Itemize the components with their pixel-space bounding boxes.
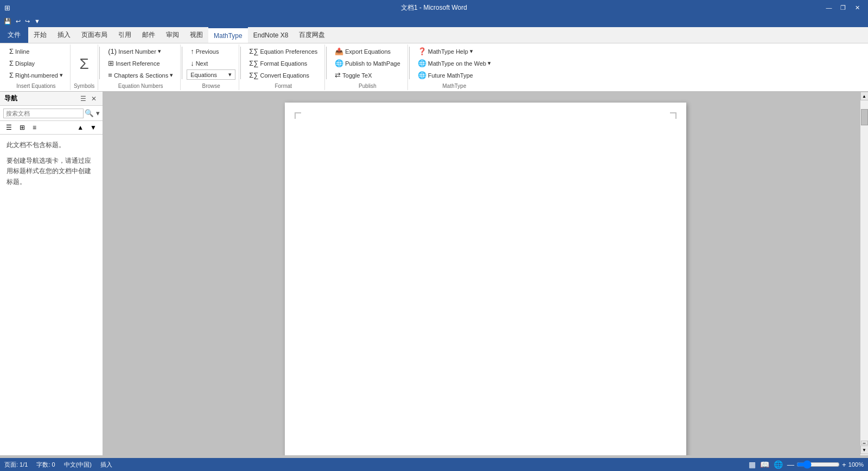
scroll-bottom-controls: ═ ▼ [860, 441, 869, 454]
scroll-thumb[interactable] [861, 109, 868, 125]
previous-button[interactable]: ↑ Previous [187, 46, 235, 57]
minimize-button[interactable]: — [822, 2, 835, 13]
search-button[interactable]: 🔍 [84, 108, 95, 118]
sidebar-content: 此文档不包含标题。 要创建导航选项卡，请通过应用标题样式在您的文档中创建标题。 [0, 135, 103, 455]
equation-preferences-button[interactable]: Σ∑ Equation Preferences [245, 46, 321, 57]
heading-view-button[interactable]: ☰ [3, 122, 15, 133]
sidebar-menu-button[interactable]: ☰ [79, 94, 88, 103]
restore-button[interactable]: ❐ [837, 2, 850, 13]
app-body: 导航 ☰ ✕ 🔍 ▾ ☰ ⊞ ≡ ▲ ▼ 此文档不包含标题。 要创建导航选项卡，… [0, 92, 868, 455]
sidebar-header: 导航 ☰ ✕ [0, 92, 103, 106]
customize-quick-access-button[interactable]: ▼ [33, 17, 42, 25]
equation-preferences-icon: Σ∑ [249, 47, 258, 55]
insert-menu[interactable]: 插入 [52, 27, 76, 43]
chapters-sections-button[interactable]: ≡ Chapters & Sections ▾ [104, 69, 177, 81]
equations-dropdown[interactable]: Equations ▾ [187, 69, 235, 80]
equations-dropdown-arrow-icon: ▾ [228, 71, 232, 78]
next-button[interactable]: ↓ Next [187, 58, 235, 69]
document-area[interactable]: ▲ ═ ▼ [103, 92, 868, 455]
insert-number-dropdown-icon: ▾ [158, 48, 161, 55]
format-equations-icon: Σ∑ [249, 59, 258, 67]
dropdown-arrow-icon: ▾ [60, 72, 63, 79]
future-mathtype-button[interactable]: 🌐 Future MathType [414, 69, 495, 81]
nav-down-button[interactable]: ▼ [87, 122, 99, 133]
export-equations-button[interactable]: 📤 Export Equations [331, 46, 404, 57]
mathtype-menu[interactable]: MathType [208, 27, 248, 43]
quick-access-toolbar: 💾 ↩ ↪ ▼ [0, 15, 868, 27]
format-equations-button[interactable]: Σ∑ Format Equations [245, 58, 321, 69]
ribbon-group-format: Σ∑ Equation Preferences Σ∑ Format Equati… [242, 44, 325, 90]
review-menu[interactable]: 审阅 [161, 27, 184, 43]
mathtype-on-web-button[interactable]: 🌐 MathType on the Web ▾ [414, 58, 495, 69]
separator-5 [409, 47, 410, 79]
file-menu[interactable]: 文件 [0, 27, 28, 43]
view-menu[interactable]: 视图 [184, 27, 208, 43]
window-controls: — ❐ ✕ [822, 2, 864, 13]
close-button[interactable]: ✕ [851, 2, 864, 13]
chapters-dropdown-icon: ▾ [170, 72, 173, 79]
mode-status: 插入 [100, 461, 112, 469]
scroll-up-button[interactable]: ▲ [860, 92, 869, 100]
insert-equations-label: Insert Equations [16, 82, 55, 89]
search-input[interactable] [3, 109, 84, 118]
display-button[interactable]: Σ Display [5, 58, 67, 69]
ribbon-group-insert-equations: Σ Inline Σ Display Σ Right-numbered ▾ In… [2, 44, 71, 90]
mathtype-help-button[interactable]: ❓ MathType Help ▾ [414, 46, 495, 57]
ribbon-group-publish: 📤 Export Equations 🌐 Publish to MathPage… [328, 44, 408, 90]
zoom-control: — + 100% [787, 460, 864, 469]
status-bar: 页面: 1/1 字数: 0 中文(中国) 插入 ▦ 📖 🌐 — + 100% [0, 458, 868, 471]
ribbon-group-browse: ↑ Previous ↓ Next Equations ▾ Browse [183, 44, 239, 90]
convert-equations-icon: Σ∑ [249, 71, 258, 79]
zoom-slider[interactable] [796, 460, 840, 469]
right-numbered-button[interactable]: Σ Right-numbered ▾ [5, 69, 67, 81]
sidebar-message1: 此文档不包含标题。 [7, 140, 96, 150]
mathtype-help-icon: ❓ [418, 47, 426, 55]
inline-button[interactable]: Σ Inline [5, 46, 67, 57]
zoom-in-button[interactable]: + [842, 461, 846, 469]
ribbon-group-mathtype: ❓ MathType Help ▾ 🌐 MathType on the Web … [411, 44, 498, 90]
view-reading-button[interactable]: 📖 [760, 460, 769, 469]
next-icon: ↓ [190, 59, 194, 67]
baidu-menu[interactable]: 百度网盘 [293, 27, 330, 43]
document-page[interactable] [285, 103, 686, 455]
references-menu[interactable]: 引用 [113, 27, 137, 43]
mathtype-group-label: MathType [443, 82, 467, 89]
mathtype-web-dropdown-icon: ▾ [488, 60, 491, 67]
insert-number-button[interactable]: (1) Insert Number ▾ [104, 46, 177, 57]
search-options-button[interactable]: ▾ [95, 108, 101, 118]
equation-numbers-label: Equation Numbers [118, 82, 163, 89]
view-web-button[interactable]: 🌐 [774, 460, 783, 469]
page-layout-menu[interactable]: 页面布局 [76, 27, 113, 43]
convert-equations-button[interactable]: Σ∑ Convert Equations [245, 69, 321, 81]
chapters-sections-icon: ≡ [108, 71, 112, 79]
sidebar-close-button[interactable]: ✕ [90, 94, 98, 103]
sidebar-nav-arrows: ▲ ▼ [74, 122, 99, 133]
ribbon-group-equation-numbers: (1) Insert Number ▾ ⊞ Insert Reference ≡… [101, 44, 181, 90]
ribbon-group-symbols: Σ Symbols [71, 44, 98, 90]
page-corner-tr [670, 112, 676, 119]
undo-button[interactable]: ↩ [14, 17, 22, 26]
view-layout-button[interactable]: ▦ [749, 460, 756, 469]
publish-to-mathpage-button[interactable]: 🌐 Publish to MathPage [331, 58, 404, 69]
endnote-menu[interactable]: EndNote X8 [248, 27, 294, 43]
nav-up-button[interactable]: ▲ [74, 122, 86, 133]
redo-button[interactable]: ↪ [23, 17, 31, 26]
home-menu[interactable]: 开始 [28, 27, 52, 43]
sidebar-view-buttons: ☰ ⊞ ≡ ▲ ▼ [0, 121, 103, 135]
right-numbered-icon: Σ [9, 71, 14, 79]
status-bar-right: ▦ 📖 🌐 — + 100% [749, 460, 864, 469]
scroll-down-button[interactable]: ▼ [860, 445, 869, 454]
page-view-button[interactable]: ⊞ [17, 122, 28, 133]
insert-reference-button[interactable]: ⊞ Insert Reference [104, 58, 177, 69]
zoom-out-button[interactable]: — [787, 461, 794, 469]
publish-icon: 🌐 [335, 59, 343, 67]
title-bar: ⊞ 文档1 - Microsoft Word — ❐ ✕ [0, 0, 868, 15]
mail-menu[interactable]: 邮件 [137, 27, 161, 43]
vertical-scrollbar[interactable]: ▲ ═ ▼ [860, 92, 868, 455]
result-view-button[interactable]: ≡ [30, 122, 39, 133]
sidebar-title: 导航 [4, 94, 17, 103]
save-button[interactable]: 💾 [2, 17, 13, 26]
inline-icon: Σ [9, 47, 14, 55]
toggle-tex-button[interactable]: ⇄ Toggle TeX [331, 69, 404, 81]
scroll-resize-button[interactable]: ═ [861, 441, 868, 445]
